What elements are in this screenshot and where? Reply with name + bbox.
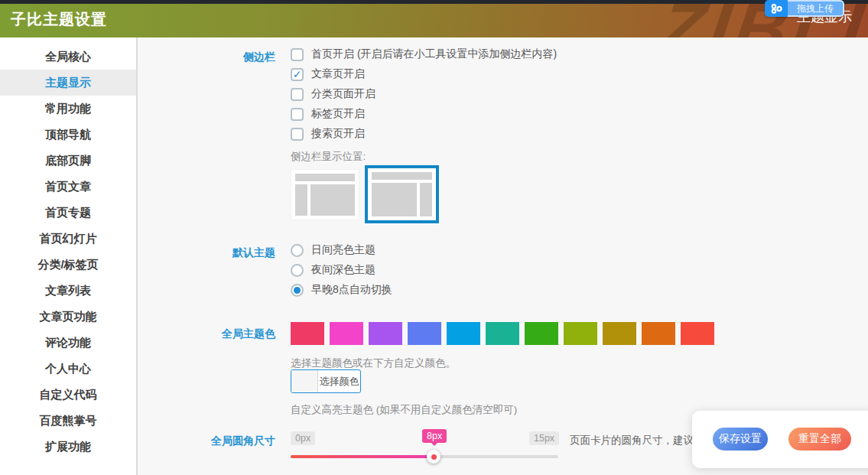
section-label-theme-color: 全局主题色 (180, 327, 275, 341)
sidebar-item-custom-code[interactable]: 自定义代码 (0, 382, 136, 408)
radius-description: 页面卡片的圆角尺寸，建议为8 (570, 434, 710, 447)
section-label-default-theme: 默认主题 (180, 246, 275, 260)
radio-row-auto-switch[interactable]: 早晚8点自动切换 (291, 283, 392, 297)
radio-unselected-icon[interactable] (291, 244, 304, 257)
thumbnail-header-block (295, 174, 355, 181)
checkbox-checked-icon[interactable]: ✓ (291, 68, 304, 81)
checkbox-row-search[interactable]: 搜索页开启 (291, 127, 365, 141)
theme-color-swatch[interactable] (291, 322, 324, 345)
checkbox-row-article[interactable]: ✓ 文章页开启 (291, 67, 365, 81)
sidebar-item-article-list[interactable]: 文章列表 (0, 278, 136, 304)
checkbox-row-home[interactable]: 首页开启 (开启后请在小工具设置中添加侧边栏内容) (291, 47, 557, 61)
sidebar-item-baidu-xiongzhang[interactable]: 百度熊掌号 (0, 408, 136, 434)
thumbnail-sidebar-block (295, 184, 307, 216)
thumbnail-header-block (372, 172, 432, 180)
page-title: 子比主题设置 (11, 9, 107, 30)
theme-color-hint: 选择主题颜色或在下方自定义颜色。 (291, 356, 456, 370)
sidebar-item-top-nav[interactable]: 顶部导航 (0, 122, 136, 148)
sidebar-item-global-core[interactable]: 全局核心 (0, 44, 136, 70)
theme-color-swatch[interactable] (408, 322, 441, 345)
sidebar-item-home-slider[interactable]: 首页幻灯片 (0, 226, 136, 252)
drag-upload-tooltip[interactable]: 拖拽上传 (765, 0, 844, 17)
radio-dot (294, 287, 301, 294)
checkbox-row-category[interactable]: 分类页面开启 (291, 87, 375, 101)
radio-label: 早晚8点自动切换 (311, 283, 392, 297)
checkbox-label: 首页开启 (开启后请在小工具设置中添加侧边栏内容) (311, 47, 557, 61)
radius-slider-handle[interactable] (427, 450, 441, 464)
theme-color-swatch[interactable] (603, 322, 636, 345)
checkbox-unchecked-icon[interactable] (291, 88, 304, 101)
theme-color-swatch-row (291, 322, 714, 345)
radio-label: 夜间深色主题 (311, 263, 375, 277)
layout-thumbnail-sidebar-right[interactable] (365, 165, 439, 223)
theme-color-swatch[interactable] (642, 322, 675, 345)
sidebar-item-article-page[interactable]: 文章页功能 (0, 304, 136, 330)
theme-color-swatch[interactable] (564, 322, 597, 345)
sidebar-item-theme-display[interactable]: 主题显示 (0, 70, 136, 96)
thumbnail-content-block (310, 184, 355, 216)
radius-max-badge: 15px (529, 431, 559, 445)
radio-unselected-icon[interactable] (291, 264, 304, 277)
section-label-radius: 全局圆角尺寸 (180, 434, 275, 448)
sidebar-item-common-functions[interactable]: 常用功能 (0, 96, 136, 122)
custom-color-hint: 自定义高亮主题色 (如果不用自定义颜色清空即可) (291, 403, 517, 417)
radio-selected-icon[interactable] (291, 284, 304, 297)
checkbox-label: 分类页面开启 (311, 87, 375, 101)
radio-label: 日间亮色主题 (311, 243, 375, 257)
theme-color-swatch[interactable] (525, 322, 558, 345)
layout-thumbnail-sidebar-left[interactable] (291, 169, 359, 220)
checkbox-unchecked-icon[interactable] (291, 128, 304, 141)
sidebar-item-footer[interactable]: 底部页脚 (0, 148, 136, 174)
color-picker-preview (291, 370, 318, 392)
sidebar-item-comments[interactable]: 评论功能 (0, 330, 136, 356)
slider-handle-dot (431, 454, 437, 460)
sidebar-item-category-tag-page[interactable]: 分类/标签页 (0, 252, 136, 278)
thumbnail-content-block (372, 183, 417, 216)
color-picker-label: 选择颜色 (318, 370, 360, 392)
checkbox-unchecked-icon[interactable] (291, 48, 304, 61)
checkbox-unchecked-icon[interactable] (291, 108, 304, 121)
color-picker-button[interactable]: 选择颜色 (291, 369, 361, 393)
theme-color-swatch[interactable] (447, 322, 480, 345)
checkbox-row-tag[interactable]: 标签页开启 (291, 107, 365, 121)
sidebar-position-label: 侧边栏显示位置: (291, 150, 366, 164)
sidebar-item-home-articles[interactable]: 首页文章 (0, 174, 136, 200)
checkbox-label: 搜索页开启 (311, 127, 365, 141)
drag-upload-label: 拖拽上传 (788, 0, 844, 17)
checkbox-label: 文章页开启 (311, 67, 365, 81)
browser-top-strip (0, 0, 868, 4)
radio-row-dark-theme[interactable]: 夜间深色主题 (291, 263, 375, 277)
theme-color-swatch[interactable] (681, 322, 714, 345)
radius-current-badge: 8px (422, 429, 447, 443)
settings-sidebar: 全局核心 主题显示 常用功能 顶部导航 底部页脚 首页文章 首页专题 首页幻灯片… (0, 37, 138, 475)
page-header: ZIBLL 子比主题设置 (0, 4, 868, 37)
action-panel: 保存设置 重置全部 (692, 411, 868, 468)
reset-all-button[interactable]: 重置全部 (788, 428, 851, 451)
sidebar-item-user-center[interactable]: 个人中心 (0, 356, 136, 382)
radius-min-badge: 0px (291, 431, 315, 445)
theme-color-swatch[interactable] (330, 322, 363, 345)
radius-slider-track[interactable] (291, 455, 558, 458)
section-label-sidebar: 侧边栏 (180, 50, 275, 64)
cloud-share-icon (765, 0, 788, 17)
thumbnail-sidebar-block (420, 183, 432, 216)
radio-row-light-theme[interactable]: 日间亮色主题 (291, 243, 375, 257)
sidebar-item-extensions[interactable]: 扩展功能 (0, 434, 136, 460)
sidebar-item-home-topics[interactable]: 首页专题 (0, 200, 136, 226)
theme-color-swatch[interactable] (369, 322, 402, 345)
theme-color-swatch[interactable] (486, 322, 519, 345)
checkbox-label: 标签页开启 (311, 107, 365, 121)
radius-slider-fill (291, 455, 434, 458)
checkmark-icon: ✓ (293, 69, 302, 80)
save-settings-button[interactable]: 保存设置 (713, 428, 768, 451)
